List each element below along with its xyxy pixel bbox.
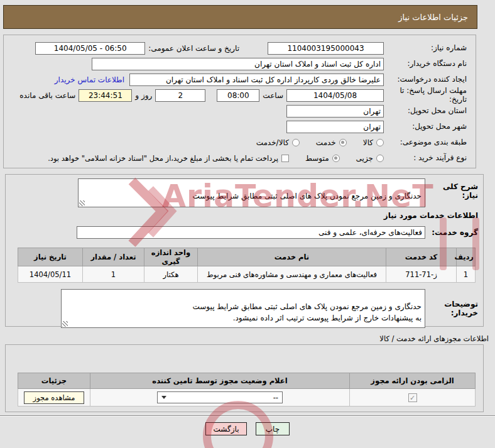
buyer-contact-link[interactable]: اطلاعات تماس خریدار — [55, 75, 124, 84]
buyer-notes-textarea[interactable]: حدنگاری و زمین مرجع نمودن پلاک های اصلی … — [61, 289, 425, 328]
radio-goods-service-label: کالا/خدمت — [256, 138, 289, 147]
treasury-checkbox[interactable] — [281, 155, 289, 162]
treasury-checkbox-label: پرداخت تمام یا بخشی از مبلغ خرید،از محل … — [48, 154, 278, 163]
th-license-details: جزئیات — [18, 373, 90, 389]
deadline-row: مهلت ارسال پاسخ: تا تاریخ: 1404/05/08 سا… — [8, 87, 472, 103]
resize-handle-icon[interactable] — [62, 321, 68, 327]
buyer-org-row: نام دستگاه خریدار: اداره کل ثبت اسناد و … — [8, 56, 472, 72]
license-status-select[interactable]: -- — [157, 391, 283, 403]
classification-row: طبقه بندی موضوعی: کالا خدمت کالا/خدمت — [8, 134, 472, 150]
th-license-mandatory: الزامی بودن ارائه مجوز — [350, 373, 476, 389]
td-license-status: -- — [90, 389, 350, 407]
city-input[interactable]: تهران — [286, 121, 384, 133]
licenses-header: اطلاعات مجوزهای ارائه خدمت / کالا — [379, 334, 489, 343]
need-number-row: شماره نیاز: 1104003195000043 تاریخ و ساع… — [8, 40, 472, 56]
creator-row: ایجاد کننده درخواست: علیرضا خالق وردی کا… — [8, 72, 472, 87]
td-license-details: مشاهده مجوز — [18, 389, 90, 407]
select-arrow-icon — [161, 396, 166, 399]
th-service-code: کد خدمت — [386, 248, 457, 266]
general-desc-label: شرح کلی نیاز: — [425, 178, 481, 200]
print-button[interactable]: چاپ — [256, 422, 290, 435]
remaining-days-input[interactable]: 2 — [155, 89, 205, 102]
buyer-notes-row: توضیحات خریدار: حدنگاری و زمین مرجع نمود… — [8, 289, 481, 328]
general-desc-textarea[interactable]: حدنگاری و زمین مرجع نمودن پلاک های اصلی … — [78, 178, 425, 207]
services-table: ردیف کد خدمت نام خدمت واحد اندازه گیری ت… — [18, 248, 476, 283]
announce-label: تاریخ و ساعت اعلان عمومی: — [145, 44, 242, 53]
radio-medium[interactable] — [332, 155, 340, 162]
city-label: شهر محل تحویل: — [384, 123, 472, 131]
radio-goods-service[interactable] — [292, 139, 300, 146]
deadline-date-input[interactable]: 1404/05/08 — [286, 89, 384, 102]
th-need-date: تاریخ نیاز — [18, 248, 83, 266]
th-unit: واحد اندازه گیری — [144, 248, 198, 266]
th-license-status: اعلام وضعیت مجوز توسط تامین کننده — [90, 373, 350, 389]
process-type-row: نوع فرآیند خرید : جزیی متوسط پرداخت تمام… — [8, 150, 472, 166]
services-header: اطلاعات خدمات مورد نیاز — [8, 211, 478, 220]
province-row: استان محل تحویل: تهران — [8, 103, 472, 119]
deadline-time-input[interactable]: 08:00 — [217, 89, 259, 102]
licenses-table: الزامی بودن ارائه مجوز اعلام وضعیت مجوز … — [18, 373, 476, 407]
province-label: استان محل تحویل: — [384, 107, 472, 116]
radio-service[interactable] — [339, 139, 347, 146]
creator-input[interactable]: علیرضا خالق وردی کارپرداز اداره کل ثبت ا… — [129, 74, 384, 86]
creator-label: ایجاد کننده درخواست: — [384, 75, 472, 84]
radio-medium-label: متوسط — [305, 154, 329, 163]
license-status-value: -- — [273, 393, 278, 402]
td-need-date: 1404/05/11 — [18, 266, 83, 283]
td-unit: هکتار — [144, 266, 198, 283]
view-license-button[interactable]: مشاهده مجوز — [24, 391, 85, 404]
remaining-time-input[interactable]: 23:44:51 — [79, 89, 132, 102]
radio-partial-label: جزیی — [356, 154, 373, 163]
buyer-org-label: نام دستگاه خریدار: — [384, 60, 472, 68]
td-quantity: 1 — [83, 266, 144, 283]
licenses-table-row: -- مشاهده مجوز — [18, 389, 476, 407]
deadline-hour-label: ساعت — [259, 91, 286, 100]
services-table-row: 1 711-71-ز فعالیت‌های معماری و مهندسی و … — [18, 266, 476, 283]
announce-input[interactable]: 1404/05/05 - 06:50 — [35, 42, 145, 55]
buyer-org-input[interactable]: اداره کل ثبت اسناد و املاک استان تهران — [92, 58, 384, 70]
footer-buttons: چاپ بازگشت — [0, 422, 495, 435]
need-number-label: شماره نیاز: — [384, 44, 472, 53]
td-service-code: 711-71-ز — [386, 266, 457, 283]
need-number-input[interactable]: 1104003195000043 — [268, 42, 384, 55]
mandatory-license-checkbox[interactable] — [408, 393, 417, 402]
buyer-notes-label: توضیحات خریدار: — [425, 300, 481, 317]
radio-goods[interactable] — [376, 139, 384, 146]
need-info-section: شماره نیاز: 1104003195000043 تاریخ و ساع… — [3, 35, 476, 168]
licenses-table-header-row: الزامی بودن ارائه مجوز اعلام وضعیت مجوز … — [18, 373, 476, 389]
td-license-mandatory — [350, 389, 476, 407]
remaining-hours-label: ساعت باقی مانده — [16, 91, 79, 100]
th-row-number: ردیف — [457, 248, 476, 266]
td-service-name: فعالیت‌های معماری و مهندسی و مشاوره‌های … — [198, 266, 386, 283]
service-group-row: گروه خدمت: فعالیت‌های حرفه‌ای، علمی و فن… — [8, 226, 481, 239]
radio-goods-label: کالا — [363, 138, 373, 147]
deadline-label: مهلت ارسال پاسخ: تا تاریخ: — [384, 87, 472, 104]
services-section: شرح کلی نیاز: حدنگاری و زمین مرجع نمودن … — [5, 174, 484, 327]
licenses-section: الزامی بودن ارائه مجوز اعلام وضعیت مجوز … — [5, 344, 484, 412]
resize-handle-icon[interactable] — [79, 200, 85, 206]
general-desc-row: شرح کلی نیاز: حدنگاری و زمین مرجع نمودن … — [8, 178, 481, 207]
process-type-label: نوع فرآیند خرید : — [384, 154, 472, 163]
radio-partial[interactable] — [376, 155, 384, 162]
city-row: شهر محل تحویل: تهران — [8, 119, 472, 134]
th-service-name: نام خدمت — [198, 248, 386, 266]
province-input[interactable]: تهران — [286, 105, 384, 117]
page-title: جزئیات اطلاعات نیاز — [398, 13, 468, 22]
service-group-label: گروه خدمت: — [425, 228, 481, 237]
service-group-input[interactable]: فعالیت‌های حرفه‌ای، علمی و فنی — [77, 226, 425, 239]
footer-divider — [0, 415, 495, 417]
th-quantity: تعداد / مقدار — [83, 248, 144, 266]
radio-service-label: خدمت — [316, 138, 336, 147]
remaining-days-label: روز و — [132, 91, 155, 100]
classification-label: طبقه بندی موضوعی: — [384, 138, 472, 147]
need-details-page: { "title": "جزئیات اطلاعات نیاز", "color… — [0, 0, 495, 448]
back-button[interactable]: بازگشت — [205, 422, 247, 435]
services-table-header-row: ردیف کد خدمت نام خدمت واحد اندازه گیری ت… — [18, 248, 476, 266]
page-title-bar: جزئیات اطلاعات نیاز — [3, 5, 477, 29]
td-row-number: 1 — [457, 266, 476, 283]
